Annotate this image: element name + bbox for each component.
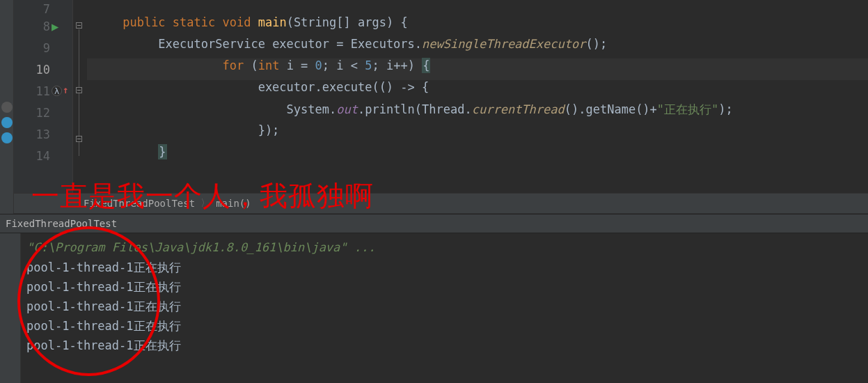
line-number: 7 [14,3,72,15]
code-line[interactable]: }); [87,123,868,145]
fold-toggle-icon[interactable] [76,22,82,29]
code-line[interactable]: public static void main(String[] args) { [87,15,868,37]
run-config-label: FixedThreadPoolTest [6,218,117,229]
line-number: 13 [14,123,72,145]
tool-icon[interactable] [1,117,13,128]
console-line: pool-1-thread-1正在执行 [26,299,862,318]
line-number: 8 ▶ [14,15,72,37]
code-line[interactable]: ExecutorService executor = Executors.new… [87,37,868,58]
code-line[interactable]: executor.execute(() -> { [87,80,868,102]
overlay-annotation-text: 一直是我一个人，我孤独啊 [31,177,374,215]
console-line: "C:\Program Files\Java\jdk1.8.0_161\bin\… [26,240,862,260]
line-number: 12 [14,102,72,123]
run-tool-header[interactable]: FixedThreadPoolTest [0,214,868,233]
console-line: pool-1-thread-1正在执行 [26,260,862,279]
run-gutter-icon[interactable]: ▶ [52,19,58,33]
line-number: 10 [14,58,72,80]
code-line[interactable]: System.out.println(Thread.currentThread(… [87,102,868,123]
line-number: 11 λ ↑ [14,80,72,102]
console-line: pool-1-thread-1正在执行 [26,318,862,338]
console-output[interactable]: "C:\Program Files\Java\jdk1.8.0_161\bin\… [21,233,868,383]
tool-icon[interactable] [1,102,13,113]
console-line: pool-1-thread-1正在执行 [26,279,862,299]
matched-brace: } [158,144,166,159]
console-line: pool-1-thread-1正在执行 [26,338,862,357]
fold-toggle-icon[interactable] [76,87,82,93]
matched-brace: { [422,58,430,73]
fold-toggle-icon[interactable] [76,136,82,142]
console-toolbar [0,233,21,383]
code-line[interactable]: } [87,145,868,166]
line-number: 9 [14,37,72,58]
lambda-gutter-icon[interactable]: λ [52,86,62,96]
line-number: 14 [14,145,72,166]
code-line[interactable] [87,3,868,15]
tool-icon[interactable] [1,132,13,143]
recursive-arrow-icon: ↑ [63,84,68,95]
code-line[interactable]: for (int i = 0; i < 5; i++) { [87,58,868,80]
